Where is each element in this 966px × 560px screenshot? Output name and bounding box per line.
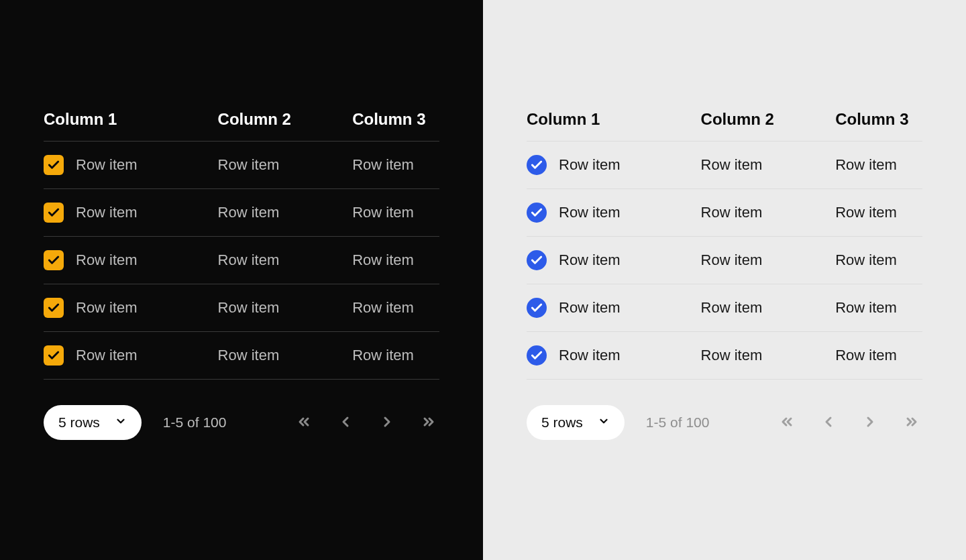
cell-text: Row item [218, 347, 280, 363]
check-icon [530, 301, 543, 315]
table-cell: Row item [352, 189, 439, 237]
last-page-button[interactable] [901, 411, 922, 435]
cell-text: Row item [701, 204, 763, 221]
table-cell: Row item [701, 189, 836, 237]
row-checkbox[interactable] [527, 298, 547, 318]
chevron-right-icon [862, 414, 878, 432]
table-cell: Row item [44, 237, 218, 284]
cell-text: Row item [835, 204, 897, 221]
cell-text: Row item [76, 347, 138, 364]
chevron-down-icon [598, 414, 610, 431]
table-header-row: Column 1 Column 2 Column 3 [44, 101, 439, 142]
cell-text: Row item [76, 299, 138, 317]
row-checkbox[interactable] [44, 298, 64, 318]
chevrons-right-icon [904, 414, 920, 432]
next-page-button[interactable] [376, 411, 398, 435]
table-cell: Row item [835, 284, 922, 332]
chevrons-left-icon [296, 414, 312, 432]
pagination-nav [776, 411, 922, 435]
row-checkbox[interactable] [527, 250, 547, 270]
table-cell: Row item [835, 189, 922, 237]
column-header-3[interactable]: Column 3 [835, 101, 922, 142]
check-icon [47, 158, 60, 172]
pagination-nav [293, 411, 439, 435]
cell-text: Row item [218, 156, 280, 173]
prev-page-button[interactable] [335, 411, 356, 435]
table-cell: Row item [527, 284, 701, 332]
table-cell: Row item [701, 332, 836, 380]
row-checkbox[interactable] [44, 250, 64, 270]
row-checkbox[interactable] [527, 203, 547, 223]
table-cell: Row item [44, 142, 218, 189]
cell-text: Row item [701, 251, 763, 268]
table-cell: Row item [527, 237, 701, 284]
cell-text: Row item [352, 156, 414, 173]
next-page-button[interactable] [859, 411, 881, 435]
check-icon [530, 254, 543, 267]
cell-text: Row item [559, 156, 621, 174]
cell-text: Row item [352, 204, 414, 221]
table-row: Row itemRow itemRow item [44, 332, 439, 380]
cell-text: Row item [218, 251, 280, 268]
cell-text: Row item [218, 299, 280, 316]
column-header-3[interactable]: Column 3 [352, 101, 439, 142]
table-cell: Row item [835, 332, 922, 380]
table-cell: Row item [352, 284, 439, 332]
table-row: Row itemRow itemRow item [527, 142, 922, 189]
table-cell: Row item [218, 189, 353, 237]
cell-text: Row item [559, 251, 621, 269]
table-header-row: Column 1 Column 2 Column 3 [527, 101, 922, 142]
column-header-2[interactable]: Column 2 [218, 101, 353, 142]
last-page-button[interactable] [418, 411, 439, 435]
table-cell: Row item [835, 142, 922, 189]
check-icon [530, 158, 543, 172]
cell-text: Row item [559, 347, 621, 364]
cell-text: Row item [559, 204, 621, 221]
rows-per-page-select[interactable]: 5 rows [44, 405, 142, 440]
check-icon [47, 254, 60, 267]
table-row: Row itemRow itemRow item [527, 284, 922, 332]
chevron-right-icon [379, 414, 395, 432]
column-header-1[interactable]: Column 1 [44, 101, 218, 142]
table-panel-light: Column 1 Column 2 Column 3 Row itemRow i… [483, 0, 966, 560]
table-cell: Row item [44, 189, 218, 237]
chevron-left-icon [820, 414, 837, 432]
chevron-left-icon [337, 414, 354, 432]
row-checkbox[interactable] [44, 345, 64, 366]
table-row: Row itemRow itemRow item [44, 284, 439, 332]
cell-text: Row item [701, 299, 763, 316]
cell-text: Row item [701, 156, 763, 173]
table-cell: Row item [44, 284, 218, 332]
check-icon [530, 349, 543, 362]
first-page-button[interactable] [776, 411, 798, 435]
table-cell: Row item [835, 237, 922, 284]
table-panel-dark: Column 1 Column 2 Column 3 Row itemRow i… [0, 0, 483, 560]
check-icon [47, 349, 60, 362]
table-row: Row itemRow itemRow item [527, 332, 922, 380]
row-checkbox[interactable] [44, 203, 64, 223]
cell-text: Row item [835, 347, 897, 363]
rows-per-page-select[interactable]: 5 rows [527, 405, 625, 440]
cell-text: Row item [218, 204, 280, 221]
table-cell: Row item [218, 332, 353, 380]
table-row: Row itemRow itemRow item [44, 189, 439, 237]
first-page-button[interactable] [293, 411, 315, 435]
table-cell: Row item [218, 284, 353, 332]
chevrons-right-icon [421, 414, 437, 432]
rows-per-page-label: 5 rows [58, 414, 100, 431]
chevron-down-icon [115, 414, 127, 431]
column-header-2[interactable]: Column 2 [701, 101, 836, 142]
table-row: Row itemRow itemRow item [527, 189, 922, 237]
check-icon [530, 206, 543, 219]
row-checkbox[interactable] [527, 345, 547, 366]
table-row: Row itemRow itemRow item [527, 237, 922, 284]
row-checkbox[interactable] [527, 155, 547, 175]
check-icon [47, 206, 60, 219]
pagination-status: 1-5 of 100 [646, 414, 710, 431]
row-checkbox[interactable] [44, 155, 64, 175]
column-header-1[interactable]: Column 1 [527, 101, 701, 142]
table-cell: Row item [527, 142, 701, 189]
prev-page-button[interactable] [818, 411, 839, 435]
cell-text: Row item [835, 251, 897, 268]
data-table: Column 1 Column 2 Column 3 Row itemRow i… [527, 101, 922, 380]
